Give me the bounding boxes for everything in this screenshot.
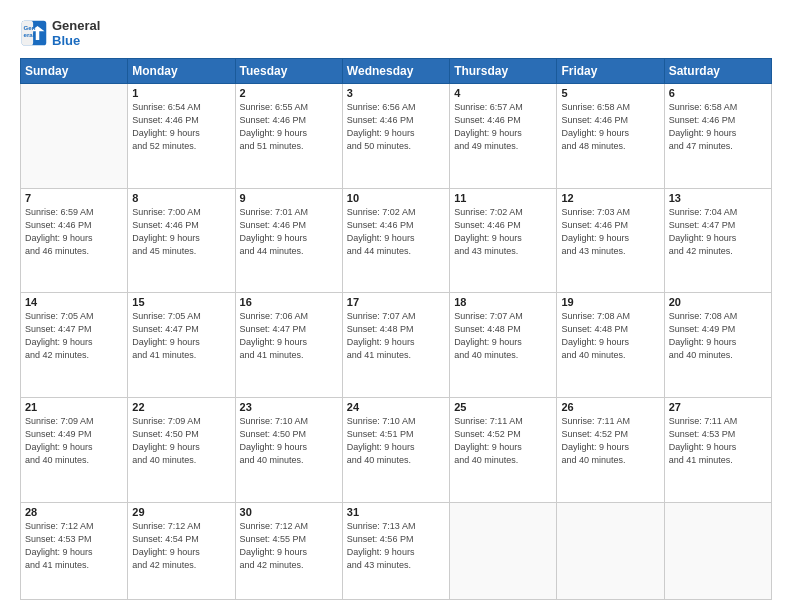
page: Gen eral General Blue SundayMondayTuesda… (0, 0, 792, 612)
calendar-cell: 31Sunrise: 7:13 AM Sunset: 4:56 PM Dayli… (342, 502, 449, 599)
day-number: 26 (561, 401, 659, 413)
day-number: 27 (669, 401, 767, 413)
day-info: Sunrise: 7:12 AM Sunset: 4:54 PM Dayligh… (132, 520, 230, 572)
calendar-week-1: 7Sunrise: 6:59 AM Sunset: 4:46 PM Daylig… (21, 188, 772, 293)
calendar-cell: 19Sunrise: 7:08 AM Sunset: 4:48 PM Dayli… (557, 293, 664, 398)
day-info: Sunrise: 7:05 AM Sunset: 4:47 PM Dayligh… (25, 310, 123, 362)
day-number: 25 (454, 401, 552, 413)
calendar-week-3: 21Sunrise: 7:09 AM Sunset: 4:49 PM Dayli… (21, 397, 772, 502)
calendar-cell (557, 502, 664, 599)
day-info: Sunrise: 7:11 AM Sunset: 4:52 PM Dayligh… (561, 415, 659, 467)
day-number: 13 (669, 192, 767, 204)
day-number: 12 (561, 192, 659, 204)
calendar-cell: 26Sunrise: 7:11 AM Sunset: 4:52 PM Dayli… (557, 397, 664, 502)
day-number: 11 (454, 192, 552, 204)
day-number: 20 (669, 296, 767, 308)
day-number: 15 (132, 296, 230, 308)
day-info: Sunrise: 6:57 AM Sunset: 4:46 PM Dayligh… (454, 101, 552, 153)
calendar-cell: 11Sunrise: 7:02 AM Sunset: 4:46 PM Dayli… (450, 188, 557, 293)
col-header-wednesday: Wednesday (342, 59, 449, 84)
day-number: 29 (132, 506, 230, 518)
day-number: 18 (454, 296, 552, 308)
calendar-cell: 4Sunrise: 6:57 AM Sunset: 4:46 PM Daylig… (450, 84, 557, 189)
day-info: Sunrise: 7:10 AM Sunset: 4:50 PM Dayligh… (240, 415, 338, 467)
day-number: 6 (669, 87, 767, 99)
day-number: 4 (454, 87, 552, 99)
col-header-sunday: Sunday (21, 59, 128, 84)
day-info: Sunrise: 7:05 AM Sunset: 4:47 PM Dayligh… (132, 310, 230, 362)
day-number: 19 (561, 296, 659, 308)
calendar-cell: 30Sunrise: 7:12 AM Sunset: 4:55 PM Dayli… (235, 502, 342, 599)
day-info: Sunrise: 7:02 AM Sunset: 4:46 PM Dayligh… (347, 206, 445, 258)
day-number: 24 (347, 401, 445, 413)
svg-text:Gen: Gen (24, 24, 36, 31)
day-info: Sunrise: 7:08 AM Sunset: 4:48 PM Dayligh… (561, 310, 659, 362)
calendar-cell: 27Sunrise: 7:11 AM Sunset: 4:53 PM Dayli… (664, 397, 771, 502)
day-info: Sunrise: 6:56 AM Sunset: 4:46 PM Dayligh… (347, 101, 445, 153)
day-info: Sunrise: 6:54 AM Sunset: 4:46 PM Dayligh… (132, 101, 230, 153)
calendar-cell: 29Sunrise: 7:12 AM Sunset: 4:54 PM Dayli… (128, 502, 235, 599)
logo-text: General Blue (52, 18, 100, 48)
calendar-cell: 5Sunrise: 6:58 AM Sunset: 4:46 PM Daylig… (557, 84, 664, 189)
col-header-saturday: Saturday (664, 59, 771, 84)
calendar-cell: 12Sunrise: 7:03 AM Sunset: 4:46 PM Dayli… (557, 188, 664, 293)
day-number: 17 (347, 296, 445, 308)
day-info: Sunrise: 7:11 AM Sunset: 4:53 PM Dayligh… (669, 415, 767, 467)
day-number: 9 (240, 192, 338, 204)
calendar-week-2: 14Sunrise: 7:05 AM Sunset: 4:47 PM Dayli… (21, 293, 772, 398)
calendar-cell (21, 84, 128, 189)
day-number: 16 (240, 296, 338, 308)
calendar-cell: 14Sunrise: 7:05 AM Sunset: 4:47 PM Dayli… (21, 293, 128, 398)
day-number: 7 (25, 192, 123, 204)
day-info: Sunrise: 7:01 AM Sunset: 4:46 PM Dayligh… (240, 206, 338, 258)
day-number: 21 (25, 401, 123, 413)
day-info: Sunrise: 6:58 AM Sunset: 4:46 PM Dayligh… (669, 101, 767, 153)
day-info: Sunrise: 7:12 AM Sunset: 4:55 PM Dayligh… (240, 520, 338, 572)
calendar-cell: 23Sunrise: 7:10 AM Sunset: 4:50 PM Dayli… (235, 397, 342, 502)
col-header-tuesday: Tuesday (235, 59, 342, 84)
day-info: Sunrise: 7:06 AM Sunset: 4:47 PM Dayligh… (240, 310, 338, 362)
day-number: 31 (347, 506, 445, 518)
calendar-cell: 21Sunrise: 7:09 AM Sunset: 4:49 PM Dayli… (21, 397, 128, 502)
day-number: 5 (561, 87, 659, 99)
day-info: Sunrise: 7:07 AM Sunset: 4:48 PM Dayligh… (347, 310, 445, 362)
calendar-cell: 15Sunrise: 7:05 AM Sunset: 4:47 PM Dayli… (128, 293, 235, 398)
day-info: Sunrise: 7:09 AM Sunset: 4:50 PM Dayligh… (132, 415, 230, 467)
day-info: Sunrise: 7:08 AM Sunset: 4:49 PM Dayligh… (669, 310, 767, 362)
logo: Gen eral General Blue (20, 18, 100, 48)
day-info: Sunrise: 7:00 AM Sunset: 4:46 PM Dayligh… (132, 206, 230, 258)
calendar-cell (450, 502, 557, 599)
calendar-cell: 13Sunrise: 7:04 AM Sunset: 4:47 PM Dayli… (664, 188, 771, 293)
calendar-header-row: SundayMondayTuesdayWednesdayThursdayFrid… (21, 59, 772, 84)
col-header-monday: Monday (128, 59, 235, 84)
day-number: 14 (25, 296, 123, 308)
day-number: 1 (132, 87, 230, 99)
calendar-cell: 1Sunrise: 6:54 AM Sunset: 4:46 PM Daylig… (128, 84, 235, 189)
calendar-cell: 10Sunrise: 7:02 AM Sunset: 4:46 PM Dayli… (342, 188, 449, 293)
day-number: 2 (240, 87, 338, 99)
day-info: Sunrise: 7:04 AM Sunset: 4:47 PM Dayligh… (669, 206, 767, 258)
day-number: 3 (347, 87, 445, 99)
calendar-week-4: 28Sunrise: 7:12 AM Sunset: 4:53 PM Dayli… (21, 502, 772, 599)
calendar-cell: 3Sunrise: 6:56 AM Sunset: 4:46 PM Daylig… (342, 84, 449, 189)
day-number: 30 (240, 506, 338, 518)
calendar-cell: 18Sunrise: 7:07 AM Sunset: 4:48 PM Dayli… (450, 293, 557, 398)
col-header-friday: Friday (557, 59, 664, 84)
calendar-cell: 25Sunrise: 7:11 AM Sunset: 4:52 PM Dayli… (450, 397, 557, 502)
day-info: Sunrise: 7:13 AM Sunset: 4:56 PM Dayligh… (347, 520, 445, 572)
day-info: Sunrise: 6:58 AM Sunset: 4:46 PM Dayligh… (561, 101, 659, 153)
calendar-cell: 28Sunrise: 7:12 AM Sunset: 4:53 PM Dayli… (21, 502, 128, 599)
calendar-cell: 8Sunrise: 7:00 AM Sunset: 4:46 PM Daylig… (128, 188, 235, 293)
calendar-cell: 20Sunrise: 7:08 AM Sunset: 4:49 PM Dayli… (664, 293, 771, 398)
calendar-cell: 9Sunrise: 7:01 AM Sunset: 4:46 PM Daylig… (235, 188, 342, 293)
calendar-cell: 7Sunrise: 6:59 AM Sunset: 4:46 PM Daylig… (21, 188, 128, 293)
day-info: Sunrise: 7:12 AM Sunset: 4:53 PM Dayligh… (25, 520, 123, 572)
day-info: Sunrise: 7:03 AM Sunset: 4:46 PM Dayligh… (561, 206, 659, 258)
calendar-cell (664, 502, 771, 599)
calendar-cell: 6Sunrise: 6:58 AM Sunset: 4:46 PM Daylig… (664, 84, 771, 189)
calendar-cell: 24Sunrise: 7:10 AM Sunset: 4:51 PM Dayli… (342, 397, 449, 502)
day-info: Sunrise: 7:10 AM Sunset: 4:51 PM Dayligh… (347, 415, 445, 467)
day-number: 28 (25, 506, 123, 518)
calendar-cell: 2Sunrise: 6:55 AM Sunset: 4:46 PM Daylig… (235, 84, 342, 189)
day-info: Sunrise: 7:09 AM Sunset: 4:49 PM Dayligh… (25, 415, 123, 467)
